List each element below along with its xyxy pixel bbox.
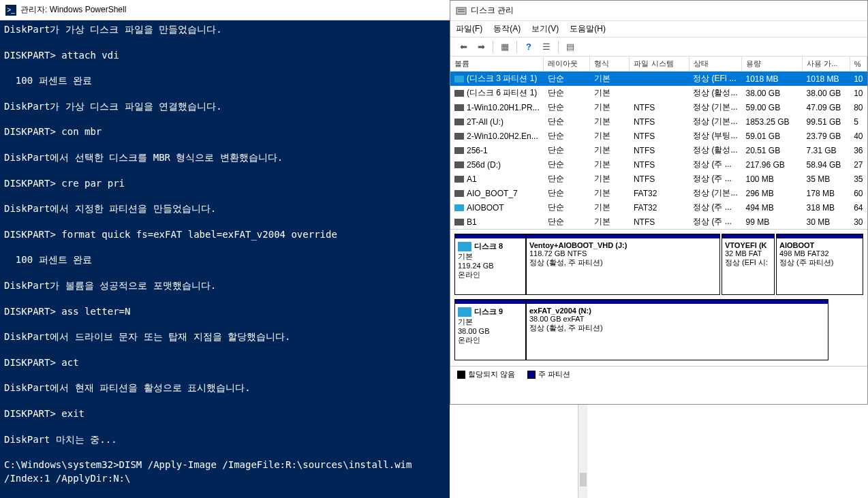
powershell-terminal[interactable]: DiskPart가 가상 디스크 파일을 만들었습니다.DISKPART> at… <box>0 20 450 498</box>
disk-partitions: exFAT_v2004 (N:)38.00 GB exFAT정상 (활성, 주 … <box>526 299 863 360</box>
table-row[interactable]: 2T-All (U:)단순기본NTFS정상 (기본...1853.25 GB99… <box>450 114 867 129</box>
table-row[interactable]: AIOBOOT단순기본FAT32정상 (주 ...494 MB318 MB64 <box>450 200 867 215</box>
table-row[interactable]: (디스크 3 파티션 1)단순기본정상 (EFI ...1018 MB1018 … <box>450 72 867 87</box>
legend-square-black <box>457 371 465 379</box>
powershell-titlebar[interactable]: >_ 관리자: Windows PowerShell <box>0 0 450 20</box>
back-button[interactable]: ⬅ <box>456 40 471 55</box>
volume-icon <box>454 104 464 111</box>
col-capacity[interactable]: 용량 <box>741 57 802 72</box>
col-status[interactable]: 상태 <box>689 57 741 72</box>
disk-label[interactable]: 디스크 9기본38.00 GB온라인 <box>454 299 526 360</box>
terminal-line <box>4 216 446 228</box>
diskmgmt-icon <box>456 5 467 16</box>
disk-row: 디스크 9기본38.00 GB온라인exFAT_v2004 (N:)38.00 … <box>454 299 863 360</box>
partition-box[interactable]: VTOYEFI (K32 MB FAT정상 (EFI 시: <box>722 234 775 295</box>
powershell-title: 관리자: Windows PowerShell <box>20 4 126 16</box>
table-row[interactable]: A1단순기본NTFS정상 (주 ...100 MB35 MB35 <box>450 172 867 186</box>
partition-box[interactable]: AIOBOOT498 MB FAT32정상 (주 파티션) <box>776 234 863 295</box>
menu-view[interactable]: 보기(V) <box>531 23 559 35</box>
terminal-line <box>4 267 446 279</box>
terminal-line: C:\Windows\system32>DISM /Apply-Image /I… <box>4 458 446 485</box>
help-button[interactable]: ? <box>521 40 536 55</box>
svg-rect-2 <box>458 11 465 12</box>
terminal-line: DiskPart가 가상 디스크 파일을 연결했습니다. <box>4 100 446 114</box>
powershell-icon: >_ <box>5 5 16 16</box>
terminal-line: DiskPart에서 지정한 파티션을 만들었습니다. <box>4 202 446 216</box>
menubar: 파일(F) 동작(A) 보기(V) 도움말(H) <box>450 21 867 37</box>
terminal-line <box>4 344 446 356</box>
legend-primary: 주 파티션 <box>527 369 570 379</box>
terminal-line <box>4 241 446 253</box>
list-button[interactable]: ▤ <box>563 40 578 55</box>
terminal-line <box>4 113 446 125</box>
col-volume[interactable]: 볼륨 <box>450 57 544 72</box>
col-type[interactable]: 형식 <box>590 57 630 72</box>
volume-icon <box>454 190 464 197</box>
terminal-line: DiskPart 마치는 중... <box>4 433 446 447</box>
volume-icon <box>454 219 464 225</box>
terminal-line: DiskPart에서 드라이브 문자 또는 탑재 지점을 할당했습니다. <box>4 330 446 344</box>
terminal-line: DiskPart에서 현재 파티션을 활성으로 표시했습니다. <box>4 382 446 395</box>
terminal-line <box>4 62 446 74</box>
terminal-line: DiskPart에서 선택한 디스크를 MBR 형식으로 변환했습니다. <box>4 151 446 165</box>
legend: 할당되지 않음 주 파티션 <box>450 366 867 382</box>
volume-icon <box>454 161 464 168</box>
terminal-line <box>4 421 446 433</box>
col-free[interactable]: 사용 가... <box>803 57 850 72</box>
refresh-button[interactable]: ▦ <box>497 40 512 55</box>
menu-help[interactable]: 도움말(H) <box>570 23 606 35</box>
table-row[interactable]: AIO_BOOT_7단순기본FAT32정상 (기본...296 MB178 MB… <box>450 186 867 200</box>
table-row[interactable]: (디스크 6 파티션 1)단순기본정상 (활성...38.00 GB38.00 … <box>450 86 867 100</box>
terminal-line <box>4 37 446 49</box>
volume-icon <box>454 90 464 97</box>
col-pct[interactable]: % <box>850 57 867 72</box>
partition-box[interactable]: exFAT_v2004 (N:)38.00 GB exFAT정상 (활성, 주 … <box>526 299 828 360</box>
view-button[interactable]: ☰ <box>539 40 554 55</box>
volume-icon <box>454 119 464 125</box>
terminal-line <box>4 318 446 330</box>
terminal-line: DiskPart가 가상 디스크 파일을 만들었습니다. <box>4 23 446 37</box>
toolbar-separator <box>493 41 493 53</box>
disk-icon <box>458 242 471 251</box>
volume-list[interactable]: 볼륨 레이아웃 형식 파일 시스템 상태 용량 사용 가... % (디스크 3… <box>450 57 867 230</box>
terminal-line: DiskPart가 볼륨을 성공적으로 포맷했습니다. <box>4 279 446 293</box>
terminal-line <box>4 485 446 497</box>
table-row[interactable]: 256d (D:)단순기본NTFS정상 (주 ...217.96 GB58.94… <box>450 157 867 172</box>
scrollbar[interactable] <box>578 405 587 498</box>
terminal-line <box>4 293 446 305</box>
diskmgmt-titlebar[interactable]: 디스크 관리 <box>450 1 867 21</box>
toolbar-separator <box>516 41 517 53</box>
menu-file[interactable]: 파일(F) <box>456 23 482 35</box>
svg-rect-1 <box>458 9 465 10</box>
terminal-line: DISKPART> con mbr <box>4 125 446 139</box>
col-filesystem[interactable]: 파일 시스템 <box>630 57 689 72</box>
forward-button[interactable]: ➡ <box>474 40 489 55</box>
terminal-line <box>4 190 446 202</box>
terminal-line: DISKPART> attach vdi <box>4 49 446 63</box>
disk-label[interactable]: 디스크 8기본119.24 GB온라인 <box>454 234 526 295</box>
terminal-line: DISKPART> exit <box>4 407 446 421</box>
volume-icon <box>454 204 464 211</box>
col-layout[interactable]: 레이아웃 <box>544 57 590 72</box>
terminal-line <box>4 369 446 382</box>
legend-square-blue <box>527 371 536 379</box>
disk-row: 디스크 8기본119.24 GB온라인Ventoy+AIOBOOT_VHD (J… <box>454 234 863 295</box>
table-row[interactable]: 256-1단순기본NTFS정상 (활성...20.51 GB7.31 GB36 <box>450 143 867 157</box>
partition-box[interactable]: Ventoy+AIOBOOT_VHD (J:)118.72 GB NTFS정상 … <box>526 234 720 295</box>
table-row[interactable]: B1단순기본NTFS정상 (주 ...99 MB30 MB30 <box>450 215 867 229</box>
scroll-thumb[interactable] <box>580 473 587 486</box>
toolbar-separator <box>558 41 559 53</box>
legend-unallocated: 할당되지 않음 <box>457 369 515 379</box>
terminal-line: DISKPART> ass letter=N <box>4 305 446 319</box>
table-row[interactable]: 1-Win10.20H1.PR...단순기본NTFS정상 (기본...59.00… <box>450 100 867 114</box>
table-row[interactable]: 2-Win10.20H2.En...단순기본NTFS정상 (부팅...59.01… <box>450 129 867 143</box>
volume-icon <box>454 147 464 154</box>
column-header-row: 볼륨 레이아웃 형식 파일 시스템 상태 용량 사용 가... % <box>450 57 867 72</box>
graphical-view[interactable]: 디스크 8기본119.24 GB온라인Ventoy+AIOBOOT_VHD (J… <box>450 230 867 366</box>
volume-icon <box>454 76 464 82</box>
menu-action[interactable]: 동작(A) <box>493 23 521 35</box>
terminal-line <box>4 446 446 458</box>
disk-management-window: 디스크 관리 파일(F) 동작(A) 보기(V) 도움말(H) ⬅ ➡ ▦ ? … <box>450 0 868 405</box>
terminal-line <box>4 88 446 100</box>
volume-icon <box>454 176 464 183</box>
